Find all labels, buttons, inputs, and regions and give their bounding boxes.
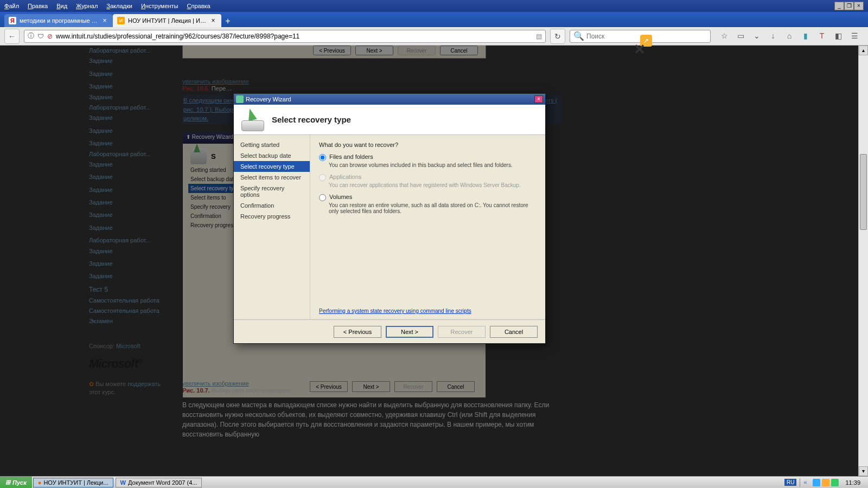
word-icon: W xyxy=(120,479,126,486)
lightbox-close-button[interactable]: ✕ xyxy=(634,41,646,58)
tray-icons[interactable]: « xyxy=(803,479,839,486)
menu-edit[interactable]: Правка xyxy=(28,3,48,9)
start-button[interactable]: ⊞ Пуск xyxy=(0,477,32,488)
shield-icon[interactable]: 🛡 xyxy=(37,33,44,40)
url-input[interactable] xyxy=(56,33,533,40)
system-tray: RU « 11:39 xyxy=(780,478,868,487)
option-files-folders[interactable]: Files and folders xyxy=(319,153,537,161)
addon-icon-2[interactable]: T xyxy=(817,31,827,41)
addon-icon-1[interactable]: ▮ xyxy=(801,31,810,41)
menu-tools[interactable]: Инструменты xyxy=(141,3,178,9)
window-controls: _ ❐ × xyxy=(834,2,864,10)
bookmark-star-icon[interactable]: ☆ xyxy=(719,31,729,41)
reload-button[interactable]: ↻ xyxy=(550,29,565,44)
menu-file[interactable]: Файл xyxy=(4,3,19,9)
pocket-icon[interactable]: ⌄ xyxy=(752,31,762,41)
tray-icon-2[interactable] xyxy=(822,479,829,486)
system-state-recovery-link[interactable]: Performing a system state recovery using… xyxy=(319,308,471,314)
scroll-thumb[interactable] xyxy=(860,154,867,230)
step-select-items[interactable]: Select items to recover xyxy=(234,172,310,183)
menu-bookmarks[interactable]: Закладки xyxy=(106,3,132,9)
taskbar: ⊞ Пуск ● НОУ ИНТУИТ | Лекци... W Докумен… xyxy=(0,476,868,488)
reader-icon[interactable]: ▤ xyxy=(536,33,542,40)
dialog-footer: < Previous Next > Recover Cancel xyxy=(234,319,545,343)
step-select-recovery-type[interactable]: Select recovery type xyxy=(234,161,310,172)
radio-volumes[interactable] xyxy=(319,194,326,201)
globe-icon[interactable]: ⊘ xyxy=(47,33,53,40)
wizard-steps: Getting started Select backup date Selec… xyxy=(234,135,310,319)
navbar: ← ⓘ 🛡 ⊘ ▤ ↻ 🔍 ☆ ▭ ⌄ ↓ ⌂ ▮ T ◧ ☰ xyxy=(0,27,868,46)
taskbar-task-word[interactable]: W Документ Word 2007 (4... xyxy=(116,478,202,487)
window-minimize[interactable]: _ xyxy=(834,2,844,10)
step-select-backup-date[interactable]: Select backup date xyxy=(234,150,310,161)
taskbar-clock[interactable]: 11:39 xyxy=(842,479,864,486)
intuit-icon: И xyxy=(117,17,125,24)
step-specify-options[interactable]: Specify recovery options xyxy=(234,183,310,200)
tab-title: НОУ ИНТУИТ | Лекция | Иде... xyxy=(128,17,206,24)
downloads-icon[interactable]: ↓ xyxy=(768,31,778,41)
hint-applications: You can recover applications that have r… xyxy=(329,182,537,188)
toolbar-icons: ☆ ▭ ⌄ ↓ ⌂ ▮ T ◧ ☰ xyxy=(715,31,864,41)
menu-icon[interactable]: ☰ xyxy=(850,31,859,41)
library-icon[interactable]: ▭ xyxy=(736,31,745,41)
new-tab-button[interactable]: + xyxy=(221,16,234,27)
wizard-panel: What do you want to recover? Files and f… xyxy=(310,135,545,319)
radio-files-folders[interactable] xyxy=(319,154,326,161)
step-confirmation[interactable]: Confirmation xyxy=(234,200,310,211)
dialog-close-button[interactable]: × xyxy=(534,95,543,103)
tab-title: методики и программные пр... xyxy=(20,17,98,24)
dialog-heading: Select recovery type xyxy=(272,115,351,124)
yandex-icon: Я xyxy=(9,17,16,24)
scroll-up-button[interactable]: ▴ xyxy=(859,46,868,55)
tray-icon-3[interactable] xyxy=(831,479,839,486)
option-volumes[interactable]: Volumes xyxy=(319,194,537,201)
dialog-banner: Select recovery type xyxy=(234,105,545,135)
search-icon: 🔍 xyxy=(573,31,584,41)
menu-history[interactable]: Журнал xyxy=(76,3,98,9)
step-recovery-progress[interactable]: Recovery progress xyxy=(234,211,310,222)
hint-volumes: You can restore an entire volume, such a… xyxy=(329,202,537,214)
vertical-scrollbar[interactable]: ▴ ▾ xyxy=(858,46,868,476)
tab-close-icon[interactable]: × xyxy=(209,17,217,24)
radio-applications xyxy=(319,174,326,181)
home-icon[interactable]: ⌂ xyxy=(784,31,794,41)
language-indicator[interactable]: RU xyxy=(784,479,796,486)
recovery-wizard-dialog: Recovery Wizard × Select recovery type G… xyxy=(233,93,546,344)
back-button[interactable]: ← xyxy=(4,29,20,44)
previous-button[interactable]: < Previous xyxy=(334,326,381,338)
step-getting-started[interactable]: Getting started xyxy=(234,139,310,150)
windows-icon: ⊞ xyxy=(5,479,10,486)
tabstrip: Я методики и программные пр... × И НОУ И… xyxy=(0,12,868,27)
taskbar-task-browser[interactable]: ● НОУ ИНТУИТ | Лекци... xyxy=(33,478,113,487)
dialog-titlebar[interactable]: Recovery Wizard × xyxy=(234,94,545,105)
window-close[interactable]: × xyxy=(854,2,864,10)
next-button[interactable]: Next > xyxy=(386,326,433,338)
panel-question: What do you want to recover? xyxy=(319,142,537,148)
cancel-button[interactable]: Cancel xyxy=(490,326,538,338)
menubar: Файл Правка Вид Журнал Закладки Инструме… xyxy=(0,0,868,12)
info-icon[interactable]: ⓘ xyxy=(28,31,34,41)
tray-expand-icon[interactable]: « xyxy=(803,479,811,486)
dialog-title: Recovery Wizard xyxy=(246,96,291,102)
recovery-drive-icon xyxy=(241,108,264,131)
menu-help[interactable]: Справка xyxy=(187,3,210,9)
hint-files-folders: You can browse volumes included in this … xyxy=(329,162,537,168)
sidebar-icon[interactable]: ◧ xyxy=(833,31,843,41)
url-bar[interactable]: ⓘ 🛡 ⊘ ▤ xyxy=(24,30,546,43)
browser-tab-2[interactable]: И НОУ ИНТУИТ | Лекция | Иде... × xyxy=(113,14,221,27)
tray-icon-1[interactable] xyxy=(813,479,820,486)
option-applications: Applications xyxy=(319,174,537,181)
firefox-icon: ● xyxy=(38,479,42,486)
recovery-icon xyxy=(236,95,244,103)
window-restore[interactable]: ❐ xyxy=(844,2,854,10)
browser-tab-1[interactable]: Я методики и программные пр... × xyxy=(4,14,113,27)
tab-close-icon[interactable]: × xyxy=(101,17,108,24)
recover-button: Recover xyxy=(438,326,486,338)
scroll-down-button[interactable]: ▾ xyxy=(859,466,868,476)
menu-view[interactable]: Вид xyxy=(56,3,67,9)
